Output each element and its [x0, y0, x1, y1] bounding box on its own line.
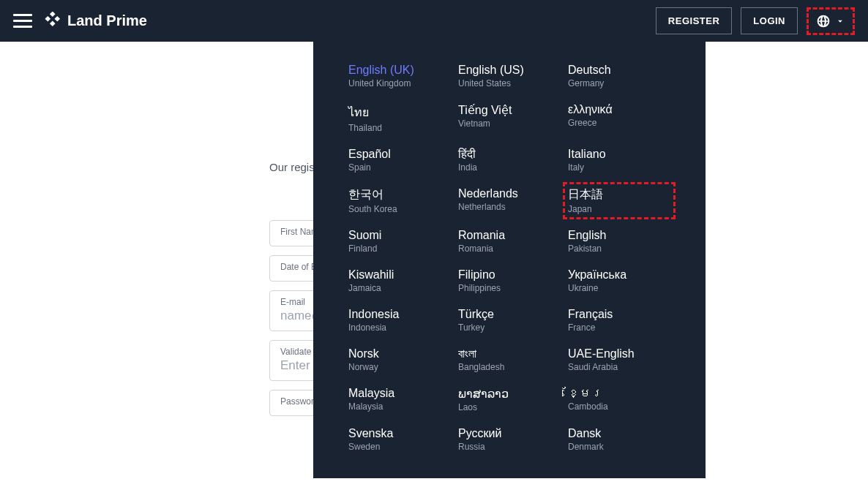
language-option[interactable]: SuomiFinland: [348, 229, 451, 254]
language-country: Malaysia: [348, 401, 451, 412]
language-option[interactable]: UAE-EnglishSaudi Arabia: [568, 347, 670, 372]
language-name: Kiswahili: [348, 268, 451, 282]
language-country: France: [568, 322, 670, 333]
language-option[interactable]: ພາສາລາວLaos: [458, 387, 561, 412]
language-country: Norway: [348, 362, 451, 372]
language-name: Українська: [568, 268, 670, 282]
language-option[interactable]: 日本語Japan: [568, 187, 670, 214]
language-name: UAE-English: [568, 347, 670, 360]
language-name: English (US): [458, 64, 561, 77]
language-name: 日本語: [568, 187, 641, 203]
language-name: Español: [348, 148, 451, 161]
language-dropdown: English (UK)United KingdomEnglish (US)Un…: [313, 42, 706, 478]
language-country: United States: [458, 78, 561, 88]
language-country: Jamaica: [348, 283, 451, 293]
language-option[interactable]: TürkçeTurkey: [458, 308, 561, 333]
brand-logo-icon: [42, 12, 61, 31]
language-name: ελληνικά: [568, 103, 670, 116]
language-option[interactable]: FrançaisFrance: [568, 308, 670, 333]
language-name: Indonesia: [348, 308, 451, 321]
brand-logo[interactable]: Land Prime: [42, 12, 147, 31]
svg-rect-2: [54, 15, 60, 21]
language-option[interactable]: РусскийRussia: [458, 427, 561, 452]
language-option[interactable]: ItalianoItaly: [568, 148, 670, 173]
language-option[interactable]: हिंदीIndia: [458, 148, 561, 173]
language-option[interactable]: RomaniaRomania: [458, 229, 561, 254]
globe-icon: [816, 14, 831, 29]
language-country: Laos: [458, 402, 561, 412]
language-country: South Korea: [348, 204, 451, 214]
language-name: Русский: [458, 427, 561, 440]
language-country: Bangladesh: [458, 362, 561, 372]
language-name: 한국어: [348, 187, 451, 203]
language-option[interactable]: ไทยThailand: [348, 103, 451, 133]
language-name: ພາສາລາວ: [458, 387, 561, 401]
language-name: ไทย: [348, 103, 451, 121]
language-option[interactable]: УкраїнськаUkraine: [568, 268, 670, 293]
language-name: हिंदी: [458, 148, 561, 161]
language-option[interactable]: KiswahiliJamaica: [348, 268, 451, 293]
language-country: Romania: [458, 244, 561, 254]
language-selector-button[interactable]: [807, 7, 855, 35]
language-option[interactable]: NederlandsNetherlands: [458, 187, 561, 214]
language-country: Denmark: [568, 442, 670, 452]
language-country: Germany: [568, 78, 670, 88]
language-country: India: [458, 162, 561, 173]
language-name: Romania: [458, 229, 561, 242]
language-option[interactable]: EspañolSpain: [348, 148, 451, 173]
language-name: Nederlands: [458, 187, 561, 200]
svg-rect-1: [45, 15, 50, 21]
language-country: Netherlands: [458, 202, 561, 212]
language-option[interactable]: DanskDenmark: [568, 427, 670, 452]
language-option[interactable]: ελληνικάGreece: [568, 103, 670, 133]
language-country: Thailand: [348, 123, 451, 133]
language-option[interactable]: 한국어South Korea: [348, 187, 451, 214]
brand-name: Land Prime: [67, 12, 147, 29]
language-option[interactable]: Tiếng ViệtVietnam: [458, 103, 561, 133]
svg-rect-0: [50, 12, 56, 17]
language-country: Turkey: [458, 322, 561, 333]
language-option[interactable]: English (US)United States: [458, 64, 561, 88]
language-country: United Kingdom: [348, 78, 451, 88]
language-name: Dansk: [568, 427, 670, 440]
language-name: বাংলা: [458, 347, 561, 360]
language-option[interactable]: NorskNorway: [348, 347, 451, 372]
language-option[interactable]: MalaysiaMalaysia: [348, 387, 451, 412]
language-country: Italy: [568, 162, 670, 173]
language-country: Philippines: [458, 283, 561, 293]
language-name: Malaysia: [348, 387, 451, 400]
language-option[interactable]: SvenskaSweden: [348, 427, 451, 452]
language-option[interactable]: FilipinoPhilippines: [458, 268, 561, 293]
header-right: REGISTER LOGIN: [656, 7, 855, 35]
svg-rect-3: [50, 20, 56, 26]
language-option[interactable]: ខ្មែរCambodia: [568, 387, 670, 412]
language-country: Sweden: [348, 442, 451, 452]
language-option[interactable]: বাংলাBangladesh: [458, 347, 561, 372]
language-country: Finland: [348, 244, 451, 254]
hamburger-menu-button[interactable]: [13, 14, 32, 28]
register-button[interactable]: REGISTER: [656, 7, 732, 34]
language-name: Suomi: [348, 229, 451, 242]
language-country: Indonesia: [348, 322, 451, 333]
login-button[interactable]: LOGIN: [741, 7, 798, 34]
language-country: Greece: [568, 118, 670, 128]
header: Land Prime REGISTER LOGIN: [0, 0, 868, 42]
chevron-down-icon: [835, 16, 845, 26]
language-country: Spain: [348, 162, 451, 173]
language-country: Pakistan: [568, 244, 670, 254]
language-country: Cambodia: [568, 401, 670, 412]
language-option[interactable]: DeutschGermany: [568, 64, 670, 88]
language-option[interactable]: IndonesiaIndonesia: [348, 308, 451, 333]
language-name: Tiếng Việt: [458, 103, 561, 117]
language-name: Italiano: [568, 148, 670, 161]
header-left: Land Prime: [13, 12, 147, 31]
language-name: English (UK): [348, 64, 451, 77]
language-name: English: [568, 229, 670, 242]
language-name: Français: [568, 308, 670, 321]
language-option[interactable]: EnglishPakistan: [568, 229, 670, 254]
language-option[interactable]: English (UK)United Kingdom: [348, 64, 451, 88]
language-name: Svenska: [348, 427, 451, 440]
language-country: Saudi Arabia: [568, 362, 670, 372]
language-country: Russia: [458, 442, 561, 452]
language-country: Japan: [568, 204, 641, 214]
